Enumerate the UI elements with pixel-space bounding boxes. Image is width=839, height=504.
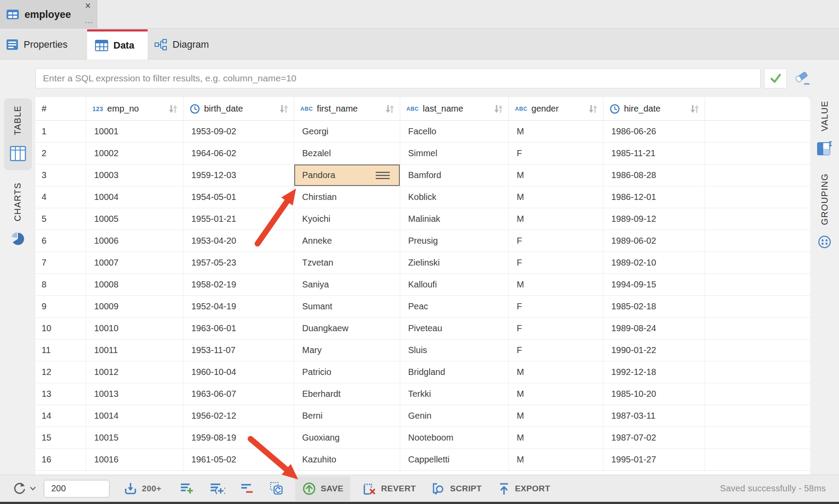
grid-cell-gender[interactable]: F bbox=[509, 296, 603, 317]
row-number-cell[interactable]: 9 bbox=[35, 296, 86, 317]
sort-icon[interactable] bbox=[384, 104, 395, 114]
grid-cell-first_name[interactable]: Kazuhito bbox=[294, 449, 400, 470]
column-header-emp_no[interactable]: 123emp_no bbox=[86, 97, 183, 120]
grid-cell-emp_no[interactable]: 10011 bbox=[86, 340, 183, 361]
grid-cell-birth_date[interactable]: 1958-02-19 bbox=[183, 274, 294, 295]
grid-cell-last_name[interactable]: Sluis bbox=[400, 340, 509, 361]
grid-cell-emp_no[interactable]: 10001 bbox=[86, 121, 183, 142]
grid-cell-first_name[interactable]: Tzvetan bbox=[294, 252, 400, 273]
grid-cell-gender[interactable]: M bbox=[509, 208, 603, 230]
grid-cell-first_name[interactable]: Berni bbox=[294, 405, 400, 427]
column-header-birth_date[interactable]: birth_date bbox=[183, 97, 294, 120]
grid-cell-emp_no[interactable]: 10016 bbox=[86, 449, 183, 470]
grid-cell-hire_date[interactable]: 1990-01-22 bbox=[603, 340, 705, 361]
grid-cell-gender[interactable]: M bbox=[509, 383, 603, 405]
grid-cell-gender[interactable]: F bbox=[509, 252, 603, 273]
row-number-cell[interactable]: 6 bbox=[35, 230, 86, 252]
grid-cell-last_name[interactable]: Piveteau bbox=[400, 318, 509, 339]
grid-cell-emp_no[interactable]: 10014 bbox=[86, 405, 183, 427]
sort-icon[interactable] bbox=[493, 104, 504, 114]
column-header-row_number[interactable]: # bbox=[35, 97, 86, 120]
tab-properties[interactable]: Properties bbox=[0, 29, 87, 60]
grid-cell-hire_date[interactable]: 1987-07-02 bbox=[603, 427, 705, 448]
grid-cell-birth_date[interactable]: 1953-04-20 bbox=[183, 230, 294, 252]
grid-cell-last_name[interactable]: Bamford bbox=[400, 164, 509, 186]
sql-filter-input[interactable] bbox=[35, 68, 761, 88]
grid-cell-hire_date[interactable]: 1989-02-10 bbox=[603, 252, 705, 273]
row-number-cell[interactable]: 4 bbox=[35, 186, 86, 208]
grid-cell-first_name[interactable]: Mary bbox=[294, 340, 400, 361]
export-button[interactable]: EXPORT bbox=[497, 482, 550, 496]
grid-cell-hire_date[interactable]: 1989-09-12 bbox=[603, 208, 705, 230]
row-number-cell[interactable]: 1 bbox=[35, 121, 86, 142]
grid-cell-first_name[interactable]: Bezalel bbox=[294, 143, 400, 164]
grid-cell-emp_no[interactable]: 10003 bbox=[86, 164, 183, 186]
sort-icon[interactable] bbox=[278, 104, 289, 114]
grid-cell-last_name[interactable]: Nooteboom bbox=[400, 427, 509, 448]
grid-cell-hire_date[interactable]: 1989-08-24 bbox=[603, 318, 705, 339]
selected-cell-pandora[interactable]: Pandora bbox=[294, 164, 400, 186]
row-number-cell[interactable]: 3 bbox=[35, 164, 86, 186]
grid-cell-emp_no[interactable]: 10015 bbox=[86, 427, 183, 448]
grid-cell-first_name[interactable]: Guoxiang bbox=[294, 427, 400, 448]
grid-cell-last_name[interactable]: Peac bbox=[400, 296, 509, 317]
column-header-gender[interactable]: ABCgender bbox=[509, 97, 603, 120]
save-button[interactable]: SAVE bbox=[295, 476, 350, 501]
row-number-cell[interactable]: 10 bbox=[35, 318, 86, 339]
grid-cell-last_name[interactable]: Cappelletti bbox=[400, 449, 509, 470]
grid-cell-emp_no[interactable]: 10006 bbox=[86, 230, 183, 252]
grid-cell-emp_no[interactable]: 10002 bbox=[86, 143, 183, 164]
grid-cell-hire_date[interactable]: 1994-09-15 bbox=[603, 274, 705, 295]
grid-cell-first_name[interactable]: Kyoichi bbox=[294, 208, 400, 230]
grid-cell-last_name[interactable]: Koblick bbox=[400, 186, 509, 208]
grid-cell-first_name[interactable]: Duangkaew bbox=[294, 318, 400, 339]
row-number-cell[interactable]: 7 bbox=[35, 252, 86, 273]
grid-cell-gender[interactable]: M bbox=[509, 274, 603, 295]
grid-cell-hire_date[interactable]: 1985-10-20 bbox=[603, 383, 705, 405]
grid-cell-emp_no[interactable]: 10004 bbox=[86, 186, 183, 208]
grid-cell-gender[interactable]: F bbox=[509, 143, 603, 164]
grid-cell-gender[interactable]: M bbox=[509, 427, 603, 448]
grid-cell-hire_date[interactable]: 1985-02-18 bbox=[603, 296, 705, 317]
grid-cell-emp_no[interactable]: 10010 bbox=[86, 318, 183, 339]
grid-cell-emp_no[interactable]: 10008 bbox=[86, 274, 183, 295]
grid-cell-gender[interactable]: F bbox=[509, 340, 603, 361]
grid-cell-hire_date[interactable]: 1985-11-21 bbox=[603, 143, 705, 164]
grid-cell-birth_date[interactable]: 1964-06-02 bbox=[183, 143, 294, 164]
grid-cell-birth_date[interactable]: 1959-08-19 bbox=[183, 427, 294, 448]
grid-cell-birth_date[interactable]: 1959-12-03 bbox=[183, 164, 294, 186]
apply-filter-button[interactable] bbox=[764, 68, 787, 88]
grid-cell-hire_date[interactable]: 1989-06-02 bbox=[603, 230, 705, 252]
grid-cell-first_name[interactable]: Anneke bbox=[294, 230, 400, 252]
grid-cell-first_name[interactable]: Eberhardt bbox=[294, 383, 400, 405]
fetch-size-input[interactable] bbox=[44, 480, 109, 497]
grid-cell-last_name[interactable]: Bridgland bbox=[400, 361, 509, 383]
script-button[interactable]: SCRIPT bbox=[431, 482, 482, 496]
rail-tab-value[interactable]: VALUE bbox=[810, 101, 839, 156]
grid-cell-first_name[interactable]: Chirstian bbox=[294, 186, 400, 208]
revert-button[interactable]: REVERT bbox=[362, 482, 416, 496]
delete-row-button[interactable] bbox=[240, 482, 255, 496]
grid-cell-last_name[interactable]: Terkki bbox=[400, 383, 509, 405]
grid-cell-birth_date[interactable]: 1953-09-02 bbox=[183, 121, 294, 142]
clear-filter-button[interactable] bbox=[793, 68, 812, 88]
grid-cell-emp_no[interactable]: 10005 bbox=[86, 208, 183, 230]
grid-cell-gender[interactable]: M bbox=[509, 449, 603, 470]
row-number-cell[interactable]: 16 bbox=[35, 449, 86, 470]
column-header-first_name[interactable]: ABCfirst_name bbox=[294, 97, 400, 120]
column-header-hire_date[interactable]: hire_date bbox=[603, 97, 705, 120]
more-menu-icon[interactable]: … bbox=[85, 16, 94, 24]
row-number-cell[interactable]: 2 bbox=[35, 143, 86, 164]
grid-cell-last_name[interactable]: Zielinski bbox=[400, 252, 509, 273]
generate-data-button[interactable] bbox=[269, 481, 284, 496]
grid-cell-gender[interactable]: M bbox=[509, 405, 603, 427]
grid-cell-last_name[interactable]: Genin bbox=[400, 405, 509, 427]
grid-cell-first_name[interactable]: Sumant bbox=[294, 296, 400, 317]
grid-cell-birth_date[interactable]: 1961-05-02 bbox=[183, 449, 294, 470]
grid-cell-birth_date[interactable]: 1963-06-07 bbox=[183, 383, 294, 405]
grid-cell-emp_no[interactable]: 10012 bbox=[86, 361, 183, 383]
row-number-cell[interactable]: 11 bbox=[35, 340, 86, 361]
grid-cell-birth_date[interactable]: 1954-05-01 bbox=[183, 186, 294, 208]
grid-cell-birth_date[interactable]: 1953-11-07 bbox=[183, 340, 294, 361]
entity-tab-employee[interactable]: employee × … bbox=[0, 0, 97, 29]
